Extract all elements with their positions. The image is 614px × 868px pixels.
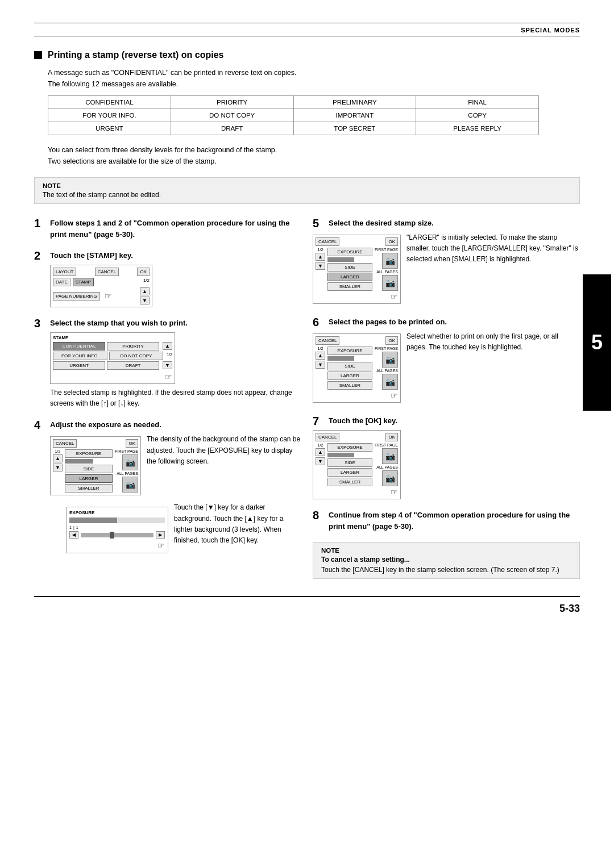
size-up[interactable]: ▲ xyxy=(316,253,325,261)
size-side-btn[interactable]: SIDE xyxy=(327,263,372,272)
scroll-up[interactable]: ▲ xyxy=(163,342,172,350)
pages-icon-img-2: 📷 xyxy=(385,377,395,386)
scroll-down[interactable]: ▼ xyxy=(163,361,172,369)
pages-ok-btn[interactable]: OK xyxy=(385,336,398,345)
table-cell: DRAFT xyxy=(171,122,293,135)
stamp-table: CONFIDENTIAL PRIORITY PRELIMINARY FINAL … xyxy=(48,95,539,135)
ok-page-num: 1/2 xyxy=(318,443,323,447)
step-8-number: 8 xyxy=(313,510,325,521)
section-title: Printing a stamp (reverse text) on copie… xyxy=(34,50,580,60)
step-2-ui: LAYOUT CANCEL OK DATE STAMP 1/2 PAGE NUM… xyxy=(50,265,301,307)
do-not-copy-item[interactable]: DO NOT COPY xyxy=(109,352,164,360)
pages-body: 1/2 ▲ ▼ EXPOSURE SIDE LARGER SMALLER xyxy=(316,347,398,390)
bottom-note-bold-text: To cancel a stamp setting... xyxy=(321,556,410,564)
step-7-title: Touch the [OK] key. xyxy=(329,415,397,427)
step-1: 1 Follow steps 1 and 2 of "Common operat… xyxy=(34,218,301,240)
hand-cursor-area: ☞ xyxy=(53,372,172,381)
pages-larger-btn[interactable]: LARGER xyxy=(327,372,372,380)
pages-down[interactable]: ▼ xyxy=(316,361,325,369)
step-6-content: CANCEL OK 1/2 ▲ ▼ EXPOSURE xyxy=(313,331,580,405)
for-your-info-item[interactable]: FOR YOUR INFO. xyxy=(53,352,107,360)
smaller-btn[interactable]: SMALLER xyxy=(65,484,113,493)
size-larger-btn[interactable]: LARGER xyxy=(327,273,372,281)
ok-up[interactable]: ▲ xyxy=(316,448,325,456)
size-down[interactable]: ▼ xyxy=(316,262,325,270)
exposure-btn[interactable]: EXPOSURE xyxy=(65,449,113,458)
step-1-header: 1 Follow steps 1 and 2 of "Common operat… xyxy=(34,218,301,240)
ok-all-pages: ALL PAGES xyxy=(376,465,398,469)
pages-exposure-btn[interactable]: EXPOSURE xyxy=(327,347,372,355)
size-ok-btn[interactable]: OK xyxy=(385,237,398,246)
exp-center: EXPOSURE SIDE LARGER SMALLER xyxy=(65,449,113,493)
ok-larger-btn[interactable]: LARGER xyxy=(327,468,372,477)
exp-cancel-btn[interactable]: CANCEL xyxy=(53,439,77,448)
pages-icon-1: 📷 xyxy=(382,352,398,368)
exp-up[interactable]: ▲ xyxy=(53,454,63,462)
exposure-indicator xyxy=(65,459,93,464)
slider-thumb[interactable] xyxy=(110,532,114,539)
ok-btn[interactable]: OK xyxy=(137,268,150,276)
ok-ok-btn[interactable]: OK xyxy=(385,433,398,441)
slider-right[interactable]: ▶ xyxy=(156,531,165,539)
larger-btn[interactable]: LARGER xyxy=(65,474,113,483)
step-4-title: Adjust the exposure as needed. xyxy=(50,419,161,431)
step-7-header: 7 Touch the [OK] key. xyxy=(313,415,580,427)
ok-cancel-btn[interactable]: CANCEL xyxy=(316,433,339,441)
step-4: 4 Adjust the exposure as needed. CANCEL … xyxy=(34,419,301,558)
size-cancel-btn[interactable]: CANCEL xyxy=(316,237,339,246)
top-rule xyxy=(34,23,580,23)
hand-ok-wrap: ☞ xyxy=(316,487,398,496)
ok-side-btn[interactable]: SIDE xyxy=(327,458,372,467)
cancel-btn[interactable]: CANCEL xyxy=(95,268,119,276)
up-arrow-btn[interactable]: ▲ xyxy=(140,287,150,295)
pages-smaller-btn[interactable]: SMALLER xyxy=(327,381,372,390)
step-3-title: Select the stamp that you wish to print. xyxy=(50,318,188,329)
pages-cancel-btn[interactable]: CANCEL xyxy=(316,336,339,345)
bottom-note-label: NOTE xyxy=(321,547,571,554)
exp-down[interactable]: ▼ xyxy=(53,464,63,471)
step-2-title: Touch the [STAMP] key. xyxy=(50,250,133,261)
step-3-number: 3 xyxy=(34,318,47,329)
size-smaller-btn[interactable]: SMALLER xyxy=(327,282,372,291)
page: SPECIAL MODES Printing a stamp (reverse … xyxy=(0,0,614,868)
side-btn[interactable]: SIDE xyxy=(65,465,113,473)
exp-ok-btn[interactable]: OK xyxy=(126,439,138,448)
pages-up[interactable]: ▲ xyxy=(316,352,325,360)
step-3-header: 3 Select the stamp that you wish to prin… xyxy=(34,318,301,329)
exp-bar-fill xyxy=(69,518,117,523)
table-row: CONFIDENTIAL PRIORITY PRELIMINARY FINAL xyxy=(48,96,539,109)
pages-side-btn[interactable]: SIDE xyxy=(327,362,372,370)
hand-exposure: ☞ xyxy=(69,541,165,550)
size-ui: CANCEL OK 1/2 ▲ ▼ EXPOSURE xyxy=(313,235,401,304)
slider-left[interactable]: ◀ xyxy=(69,531,78,539)
table-cell: PRIORITY xyxy=(171,96,293,109)
urgent-item[interactable]: URGENT xyxy=(53,361,105,370)
priority-item[interactable]: PRIORITY xyxy=(107,342,159,350)
date-btn[interactable]: DATE xyxy=(53,278,70,286)
stamp-btn[interactable]: STAMP xyxy=(73,278,94,286)
right-column: 5 5 Select the desired stamp size. CANCE… xyxy=(313,218,580,579)
ok-top-bar: CANCEL OK xyxy=(316,433,398,441)
page-numbering-btn[interactable]: PAGE NUMBERING xyxy=(53,292,100,301)
down-arrow-btn[interactable]: ▼ xyxy=(140,297,150,304)
exposure-ui: CANCEL OK 1/2 ▲ ▼ EXPOSURE xyxy=(50,436,141,495)
ok-smaller-btn[interactable]: SMALLER xyxy=(327,478,372,486)
main-content: 1 Follow steps 1 and 2 of "Common operat… xyxy=(34,218,580,579)
step-7-number: 7 xyxy=(313,415,325,427)
layout-btn[interactable]: LAYOUT xyxy=(53,268,76,276)
icon-box: 📷 xyxy=(122,454,138,470)
step-5-number: 5 xyxy=(313,218,325,229)
draft-item[interactable]: DRAFT xyxy=(107,361,159,370)
pages-page-num: 1/2 xyxy=(318,347,323,350)
ok-down[interactable]: ▼ xyxy=(316,457,325,465)
step-5: 5 Select the desired stamp size. CANCEL … xyxy=(313,218,580,306)
note-label: NOTE xyxy=(43,182,571,189)
size-exposure-btn[interactable]: EXPOSURE xyxy=(327,248,372,256)
first-page-label: FIRST PAGE xyxy=(115,449,138,453)
ui-row3: PAGE NUMBERING ☞ ▲ ▼ xyxy=(53,287,150,304)
ok-ui: CANCEL OK 1/2 ▲ ▼ EXPOSURE xyxy=(313,430,401,499)
stamp-list-screen: STAMP CONFIDENTIAL PRIORITY ▲ FOR YOUR I… xyxy=(50,332,175,384)
ok-exposure-btn[interactable]: EXPOSURE xyxy=(327,443,372,452)
exposure-detailed-screen: EXPOSURE 1 | 1 ◀ xyxy=(66,507,168,553)
confidential-item[interactable]: CONFIDENTIAL xyxy=(53,342,105,350)
